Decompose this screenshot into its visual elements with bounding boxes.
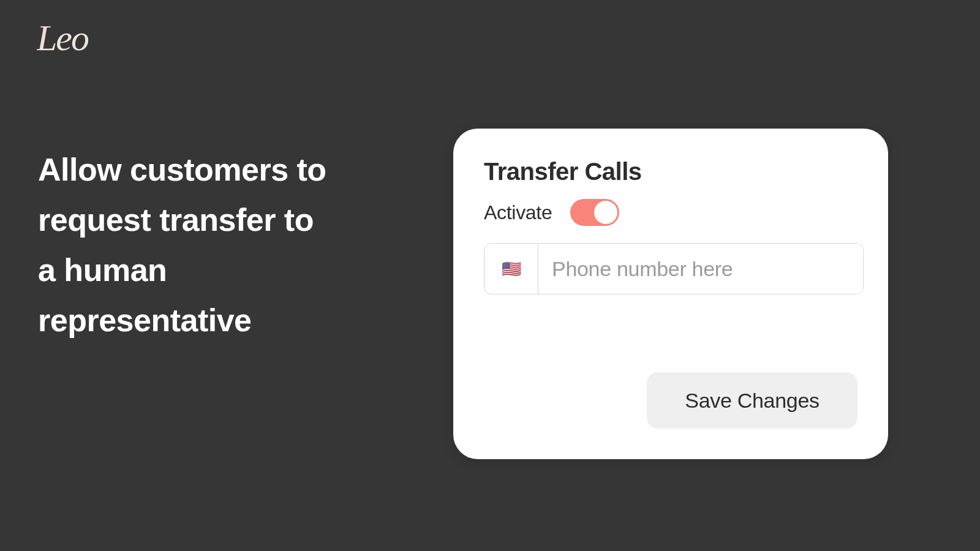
card-title: Transfer Calls [484, 158, 858, 186]
country-flag-selector[interactable]: 🇺🇸 [484, 244, 538, 294]
phone-field: 🇺🇸 [484, 243, 864, 294]
activate-label: Activate [484, 201, 552, 224]
us-flag-icon: 🇺🇸 [502, 260, 521, 279]
hero-tagline: Allow customers to request transfer to a… [38, 144, 332, 346]
save-changes-button[interactable]: Save Changes [647, 372, 858, 429]
transfer-calls-card: Transfer Calls Activate 🇺🇸 Save Changes [453, 129, 888, 459]
toggle-knob [594, 201, 617, 224]
activate-row: Activate [484, 199, 858, 226]
brand-logo: Leo [37, 17, 88, 59]
activate-toggle[interactable] [570, 199, 619, 226]
phone-number-input[interactable] [538, 244, 863, 294]
